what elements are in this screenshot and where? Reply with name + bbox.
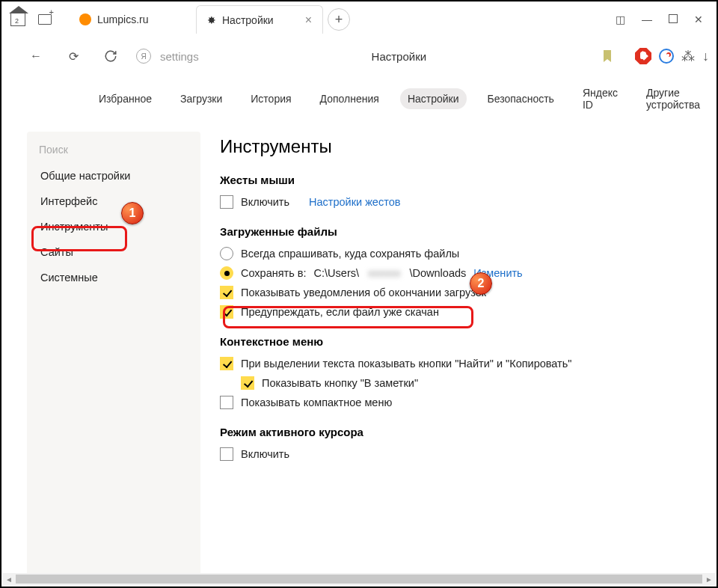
path-part-2: \Downloads <box>410 267 467 279</box>
row-warn-dup: Предупреждать, если файл уже скачан <box>220 305 694 319</box>
content: Поиск Общие настройки Интерфейс Инструме… <box>1 123 717 588</box>
scroll-right-icon[interactable]: ► <box>703 575 715 584</box>
sidebar-toggle-icon[interactable]: ◫ <box>616 13 625 25</box>
tab-settings[interactable]: ✸ Настройки × <box>196 5 323 34</box>
nav-security[interactable]: Безопасность <box>480 88 562 109</box>
label-mouse-enable: Включить <box>241 196 289 208</box>
row-notes: Показывать кнопку "В заметки" <box>241 376 694 390</box>
nav-yandex-id[interactable]: Яндекс ID <box>575 82 625 115</box>
tabs: Lumpics.ru ✸ Настройки × + <box>69 1 613 37</box>
label-notify: Показывать уведомления об окончании загр… <box>241 287 486 298</box>
label-caret-enable: Включить <box>241 448 289 460</box>
sidebar-item-general[interactable]: Общие настройки <box>27 163 200 189</box>
toolbar-actions: ⁂ ↓ <box>604 48 709 64</box>
home-button[interactable]: 2 <box>6 7 30 31</box>
checkbox-findcopy[interactable] <box>220 357 233 370</box>
label-findcopy: При выделении текста показывать кнопки "… <box>241 358 571 370</box>
home-icon: 2 <box>10 13 25 26</box>
new-tab-button[interactable]: + <box>328 8 350 31</box>
label-save-to: Сохранять в: <box>241 267 307 279</box>
radio-save-to[interactable] <box>220 266 233 280</box>
bookmark-icon[interactable] <box>604 50 611 62</box>
sidebar-item-interface[interactable]: Интерфейс <box>27 189 200 214</box>
scroll-thumb[interactable] <box>16 575 702 584</box>
sidebar-search[interactable]: Поиск <box>27 136 200 163</box>
minimize-button[interactable] <box>642 13 652 25</box>
extensions-icon[interactable]: ⁂ <box>681 48 695 64</box>
url-field[interactable]: Я settings Настройки <box>136 49 590 64</box>
sidebar-item-sites[interactable]: Сайты <box>27 239 200 265</box>
tab-lumpics[interactable]: Lumpics.ru <box>69 5 196 34</box>
checkbox-mouse-enable[interactable] <box>220 195 233 209</box>
radio-always-ask[interactable] <box>220 247 233 260</box>
new-folder-button[interactable] <box>33 7 57 31</box>
row-always-ask: Всегда спрашивать, куда сохранять файлы <box>220 247 694 260</box>
scroll-left-icon[interactable]: ◄ <box>3 575 15 584</box>
page-heading: Инструменты <box>220 136 694 157</box>
sidebar-item-tools[interactable]: Инструменты <box>27 214 200 239</box>
tab-label: Lumpics.ru <box>97 13 148 25</box>
group-downloaded-files: Загруженные файлы <box>220 225 694 238</box>
nav-history[interactable]: История <box>243 88 298 109</box>
nav-extensions[interactable]: Дополнения <box>313 88 387 109</box>
checkbox-warn-dup[interactable] <box>220 305 233 319</box>
path-part-1: C:\Users\ <box>314 267 359 279</box>
window-controls: ◫ ✕ <box>616 13 703 25</box>
page-title: Настройки <box>372 50 427 63</box>
nav-favorites[interactable]: Избранное <box>91 88 159 109</box>
row-notify: Показывать уведомления об окончании загр… <box>220 286 694 299</box>
downloads-icon[interactable]: ↓ <box>702 49 709 64</box>
folder-plus-icon <box>38 14 52 25</box>
row-compact: Показывать компактное меню <box>220 396 694 409</box>
checkbox-notify[interactable] <box>220 286 233 299</box>
tab-label: Настройки <box>222 14 274 26</box>
row-caret-enable: Включить <box>220 447 694 461</box>
nav-downloads[interactable]: Загрузки <box>173 88 230 109</box>
maximize-button[interactable] <box>669 13 678 25</box>
checkbox-compact[interactable] <box>220 396 233 409</box>
group-context-menu: Контекстное меню <box>220 335 694 348</box>
reload-button[interactable] <box>99 44 123 68</box>
checkbox-caret-enable[interactable] <box>220 447 233 461</box>
annotation-callout-1: 1 <box>121 202 144 224</box>
site-favicon <box>79 13 91 25</box>
main-panel: Инструменты Жесты мыши Включить Настройк… <box>214 132 702 588</box>
nav-devices[interactable]: Другие устройства <box>639 82 717 115</box>
label-notes: Показывать кнопку "В заметки" <box>262 377 418 389</box>
sidebar: Поиск Общие настройки Интерфейс Инструме… <box>27 132 200 588</box>
row-save-to: Сохранять в: C:\Users\xxxxxx\Downloads И… <box>220 266 694 280</box>
row-mouse-enable: Включить Настройки жестов <box>220 195 694 209</box>
label-always-ask: Всегда спрашивать, куда сохранять файлы <box>241 248 459 260</box>
url-text: settings <box>160 50 199 63</box>
horizontal-scrollbar[interactable]: ◄ ► <box>3 573 715 585</box>
site-info-icon[interactable]: Я <box>136 49 151 64</box>
row-findcopy: При выделении текста показывать кнопки "… <box>220 357 694 370</box>
link-gesture-settings[interactable]: Настройки жестов <box>309 196 400 208</box>
group-mouse-gestures: Жесты мыши <box>220 174 694 186</box>
sync-icon[interactable] <box>659 49 674 64</box>
close-tab-button[interactable]: × <box>305 13 312 27</box>
nav-settings[interactable]: Настройки <box>400 88 467 109</box>
back-button[interactable]: ← <box>24 44 48 68</box>
group-caret: Режим активного курсора <box>220 426 694 438</box>
label-warn-dup: Предупреждать, если файл уже скачан <box>241 306 439 318</box>
address-bar: ← ⟳ Я settings Настройки ⁂ ↓ <box>1 37 717 75</box>
adblock-icon[interactable] <box>635 48 651 64</box>
annotation-callout-2: 2 <box>470 272 492 295</box>
titlebar: 2 Lumpics.ru ✸ Настройки × + ◫ ✕ <box>1 1 717 37</box>
reload-outer-button[interactable]: ⟳ <box>61 44 85 68</box>
label-compact: Показывать компактное меню <box>241 396 392 408</box>
gear-icon: ✸ <box>207 14 216 26</box>
settings-top-nav: Избранное Загрузки История Дополнения На… <box>1 75 717 123</box>
sidebar-item-system[interactable]: Системные <box>27 265 200 290</box>
path-blurred: xxxxxx <box>366 267 402 279</box>
close-window-button[interactable]: ✕ <box>694 13 703 25</box>
checkbox-notes[interactable] <box>241 376 254 390</box>
